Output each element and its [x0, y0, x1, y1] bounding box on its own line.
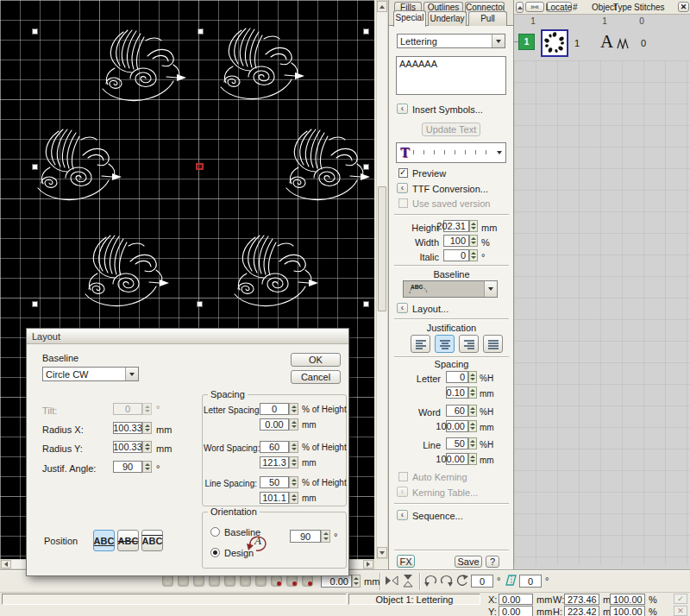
letter-spacing-pct-stepper[interactable]: [289, 403, 298, 415]
letter-spacing-mm-stepper[interactable]: [289, 418, 298, 431]
mirror-vertical-icon[interactable]: [385, 574, 398, 588]
position-baseline-middle-button[interactable]: ABC: [117, 530, 139, 551]
layout-button-label[interactable]: Layout...: [412, 304, 448, 314]
insert-symbols-label[interactable]: Insert Symbols...: [412, 104, 483, 115]
height-input[interactable]: 202.31: [443, 220, 469, 232]
letter-spacing-pct-input[interactable]: 0: [446, 371, 468, 383]
embroidery-design[interactable]: [235, 236, 318, 306]
width-percent-input[interactable]: 100.00: [610, 594, 645, 605]
chevron-down-icon[interactable]: [125, 368, 138, 380]
scroll-left-button[interactable]: [1, 560, 11, 569]
column-header-number[interactable]: #: [573, 3, 578, 12]
italic-input[interactable]: 0: [443, 249, 469, 261]
machine-control-icon[interactable]: [193, 575, 204, 587]
justify-full-button[interactable]: [483, 335, 503, 353]
radius-y-input[interactable]: 100.33: [113, 441, 142, 453]
justify-left-button[interactable]: [411, 335, 430, 353]
line-spacing-mm-stepper[interactable]: [289, 492, 298, 504]
rotate-cw-icon[interactable]: [440, 574, 454, 588]
skew-angle-input[interactable]: 0: [519, 575, 542, 588]
fx-button[interactable]: FX: [397, 555, 415, 568]
word-spacing-mm-stepper[interactable]: [289, 456, 298, 468]
orientation-angle-stepper[interactable]: [321, 530, 330, 543]
x-position-input[interactable]: 0.00: [499, 594, 533, 605]
chevron-down-icon[interactable]: [484, 281, 497, 297]
letter-spacing-mm-input[interactable]: 0.00: [260, 418, 289, 431]
selection-handle[interactable]: [32, 164, 38, 170]
justif-angle-stepper[interactable]: [142, 461, 152, 473]
discard-button[interactable]: ✕: [674, 606, 687, 616]
line-spacing-pct-input[interactable]: 50: [260, 476, 289, 488]
machine-control-icon[interactable]: [224, 575, 235, 587]
letter-spacing-pct-stepper[interactable]: [468, 371, 477, 383]
word-spacing-pct-input[interactable]: 60: [446, 405, 468, 417]
mirror-horizontal-icon[interactable]: [401, 574, 415, 588]
baseline-select[interactable]: ABC: [403, 280, 498, 298]
selection-handle[interactable]: [198, 28, 204, 35]
color-swatch[interactable]: 1: [518, 34, 535, 50]
line-spacing-mm-input[interactable]: 100.00: [446, 453, 468, 465]
rotate-angle-input[interactable]: 0: [471, 575, 493, 588]
word-spacing-pct-stepper[interactable]: [289, 441, 298, 453]
position-baseline-above-button[interactable]: ABC: [141, 530, 163, 551]
selection-handle[interactable]: [363, 28, 369, 35]
embroidery-design[interactable]: [286, 129, 370, 200]
apply-button[interactable]: ✓: [674, 594, 687, 604]
lettering-text-input[interactable]: AAAAAA: [396, 56, 506, 95]
embroidery-design[interactable]: [221, 28, 304, 99]
line-spacing-pct-stepper[interactable]: [289, 476, 298, 488]
selection-handle[interactable]: [363, 301, 369, 307]
selection-handle[interactable]: [197, 301, 203, 307]
orientation-angle-input[interactable]: 90: [290, 530, 321, 543]
line-spacing-pct-input[interactable]: 50: [446, 437, 468, 449]
tab-underlay[interactable]: Underlay: [428, 11, 467, 26]
line-spacing-mm-input[interactable]: 101.1: [260, 492, 289, 504]
update-text-button[interactable]: Update Text: [422, 123, 480, 136]
word-spacing-mm-stepper[interactable]: [468, 420, 477, 432]
scroll-down-button[interactable]: [377, 547, 387, 558]
orientation-design-radio[interactable]: [210, 548, 220, 557]
rotate-ccw-icon[interactable]: [423, 574, 437, 588]
preview-label[interactable]: Preview: [412, 168, 446, 179]
ok-button[interactable]: OK: [291, 353, 341, 367]
help-button[interactable]: ?: [486, 556, 499, 568]
italic-stepper[interactable]: [469, 249, 478, 261]
selection-handle[interactable]: [32, 28, 38, 35]
letter-spacing-mm-stepper[interactable]: [468, 387, 477, 399]
close-panel-button[interactable]: ✕: [678, 2, 689, 12]
machine-stop-icon[interactable]: [286, 575, 298, 587]
layout-expand-button[interactable]: [397, 303, 408, 313]
width-input[interactable]: 100: [443, 235, 469, 247]
machine-control-icon[interactable]: [178, 575, 189, 587]
machine-control-icon[interactable]: [162, 575, 173, 587]
embroidery-design[interactable]: [38, 129, 122, 200]
justif-angle-input[interactable]: 90: [113, 461, 142, 473]
word-spacing-mm-input[interactable]: 121.3: [260, 456, 289, 468]
word-spacing-pct-stepper[interactable]: [468, 405, 477, 417]
width-value-input[interactable]: 273.46: [564, 594, 599, 605]
offset-stepper[interactable]: [352, 575, 361, 588]
machine-stop-icon[interactable]: [302, 575, 313, 587]
skew-icon[interactable]: [505, 574, 518, 588]
ttf-conversion-label[interactable]: TTF Conversion...: [412, 184, 488, 194]
y-position-input[interactable]: 0.00: [499, 606, 533, 616]
object-thumbnail[interactable]: [541, 29, 568, 57]
lettering-type-select[interactable]: Lettering: [397, 34, 505, 48]
machine-control-icon[interactable]: [255, 575, 267, 587]
offset-input[interactable]: 0.00: [321, 575, 352, 588]
dialog-baseline-select[interactable]: Circle CW: [42, 367, 139, 381]
letter-spacing-pct-input[interactable]: 0: [260, 403, 289, 415]
scroll-up-button[interactable]: [377, 1, 387, 12]
vertical-scroll-thumb[interactable]: [378, 186, 386, 311]
width-stepper[interactable]: [469, 235, 478, 247]
orientation-baseline-radio[interactable]: [210, 527, 220, 537]
object-kind-glyph[interactable]: A: [600, 31, 613, 53]
column-header-stitches[interactable]: Stitches: [634, 3, 665, 12]
vertical-scrollbar[interactable]: [376, 0, 388, 559]
height-percent-input[interactable]: 100.00: [610, 606, 645, 616]
rotate-angle-icon[interactable]: [455, 574, 469, 588]
dialog-title-bar[interactable]: Layout: [27, 329, 348, 344]
embroidery-design[interactable]: [103, 30, 186, 101]
radius-x-input[interactable]: 100.33: [113, 422, 142, 434]
position-baseline-below-button[interactable]: ABC: [93, 530, 115, 551]
